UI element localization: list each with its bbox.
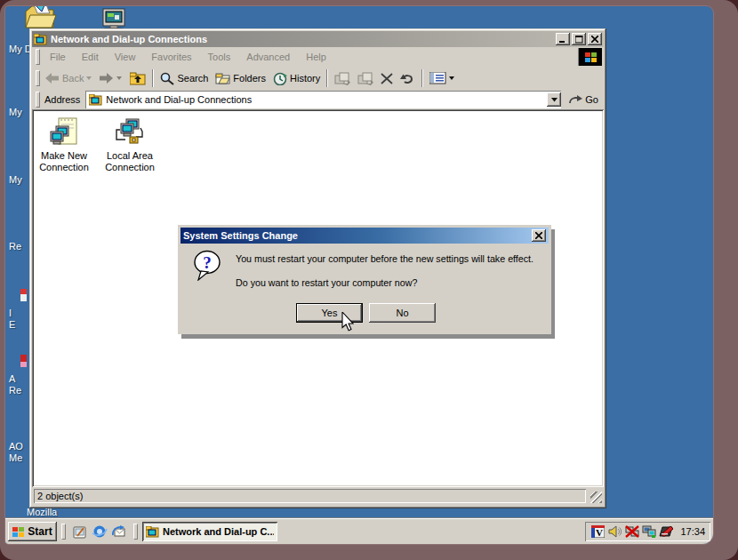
make-new-connection-item[interactable]: Make New Connection [34, 117, 94, 173]
network-activity-tray-icon[interactable] [641, 524, 656, 539]
up-button[interactable] [126, 70, 149, 87]
folders-icon [215, 72, 230, 84]
show-desktop-icon[interactable] [70, 523, 90, 540]
menu-bar: File Edit View Favorites Tools Advanced … [32, 47, 604, 67]
status-pane: 2 object(s) [34, 489, 586, 503]
back-button[interactable]: Back [42, 71, 96, 85]
back-label: Back [62, 73, 84, 84]
desktop-label[interactable]: Re [9, 241, 21, 252]
history-label: History [290, 73, 320, 84]
toolbar-separator [421, 69, 423, 87]
resize-grip[interactable] [590, 492, 602, 503]
question-icon: ? [193, 250, 222, 281]
my-documents-icon[interactable] [23, 6, 57, 31]
window-titlebar[interactable]: Network and Dial-up Connections [32, 31, 604, 47]
yes-button-label: Yes [322, 308, 338, 318]
desktop-label[interactable]: My [9, 174, 22, 186]
minimize-button[interactable] [556, 33, 570, 45]
taskbar-clock[interactable]: 17:34 [680, 526, 705, 537]
status-bar: 2 object(s) [32, 487, 604, 505]
views-button[interactable] [426, 70, 459, 86]
up-folder-icon [130, 72, 146, 85]
menu-edit[interactable]: Edit [74, 49, 107, 65]
chevron-down-icon [116, 76, 123, 81]
desktop-label[interactable]: A Re [9, 373, 21, 396]
move-to-button[interactable] [331, 70, 354, 87]
no-button-label: No [396, 308, 408, 318]
toolbar: Back Search Folders [32, 67, 604, 90]
menu-tools[interactable]: Tools [200, 49, 239, 65]
start-button[interactable]: Start [8, 522, 57, 541]
history-icon [273, 72, 287, 85]
desktop-label[interactable]: I E [9, 308, 15, 331]
dialog-body: ? You must restart your computer before … [180, 244, 549, 325]
menu-help[interactable]: Help [298, 49, 334, 65]
start-label: Start [28, 525, 52, 538]
window-title: Network and Dial-up Connections [51, 34, 554, 44]
address-dropdown-button[interactable] [547, 92, 561, 107]
folders-button[interactable]: Folders [212, 70, 269, 86]
address-input[interactable]: Network and Dial-up Connections [85, 91, 561, 108]
taskbar-task-button[interactable]: Network and Dial-up C... [142, 522, 277, 541]
maximize-button[interactable] [572, 33, 586, 45]
search-button[interactable]: Search [156, 70, 212, 87]
no-button[interactable]: No [369, 303, 436, 323]
task-button-label: Network and Dial-up C... [163, 526, 274, 537]
dialog-message-line1: You must restart your computer before th… [236, 253, 533, 264]
forward-button[interactable] [96, 71, 126, 85]
back-icon [45, 73, 60, 84]
desktop-label[interactable]: My D [9, 44, 32, 55]
make-new-connection-icon [49, 117, 79, 148]
rebar-grip[interactable] [36, 49, 40, 65]
go-icon [568, 94, 582, 105]
desktop-label[interactable]: My [9, 107, 22, 118]
views-icon [429, 72, 446, 84]
desktop-icon-fragment [20, 355, 27, 367]
keyboard-tray-icon[interactable] [658, 524, 673, 539]
system-settings-dialog: System Settings Change ? You must restar… [178, 225, 551, 334]
menu-advanced[interactable]: Advanced [238, 49, 298, 65]
menu-favorites[interactable]: Favorites [143, 49, 199, 65]
icon-label: Local Area Connection [100, 150, 160, 173]
local-area-connection-item[interactable]: Local Area Connection [100, 117, 160, 173]
rebar-grip[interactable] [36, 70, 40, 86]
internet-explorer-icon[interactable] [90, 523, 109, 540]
quicklaunch-grip[interactable] [61, 524, 66, 540]
taskband-grip[interactable] [133, 524, 138, 540]
volume-tray-icon[interactable] [607, 524, 622, 539]
windows-logo-icon [12, 526, 25, 538]
close-button[interactable] [588, 33, 602, 45]
menu-file[interactable]: File [42, 49, 74, 65]
go-button[interactable]: Go [565, 92, 602, 107]
outlook-express-icon[interactable] [109, 523, 129, 540]
delete-button[interactable] [377, 71, 397, 86]
go-label: Go [585, 94, 598, 105]
menu-view[interactable]: View [107, 49, 144, 65]
status-text: 2 object(s) [37, 491, 83, 501]
rebar-grip[interactable] [36, 92, 40, 108]
copy-to-button[interactable] [354, 70, 377, 87]
dialog-title: System Settings Change [183, 230, 530, 241]
windows-logo-throbber [578, 48, 602, 66]
move-to-icon [334, 72, 350, 85]
chevron-down-icon [449, 76, 455, 81]
toolbar-separator [326, 69, 328, 87]
local-area-connection-icon [115, 117, 145, 148]
folders-label: Folders [233, 73, 266, 84]
desktop: My D My My Re I E A Re AO Me Mozilla Net… [5, 6, 713, 544]
dialog-titlebar[interactable]: System Settings Change [180, 228, 549, 244]
copy-to-icon [357, 72, 373, 85]
address-bar: Address Network and Dial-up Connections … [32, 90, 604, 109]
taskbar: Start Network and Dial-up C... V [5, 518, 713, 544]
address-value: Network and Dial-up Connections [106, 94, 252, 105]
undo-button[interactable] [397, 71, 419, 86]
undo-icon [400, 73, 415, 84]
virus-scan-tray-icon[interactable]: V [590, 524, 606, 539]
search-label: Search [177, 73, 208, 84]
dialog-close-button[interactable] [532, 229, 546, 242]
svg-text:V: V [596, 527, 603, 538]
network-disconnected-tray-icon[interactable] [624, 524, 639, 539]
history-button[interactable]: History [269, 70, 324, 87]
desktop-label[interactable]: AO Me [9, 441, 23, 464]
mouse-cursor [341, 312, 355, 332]
